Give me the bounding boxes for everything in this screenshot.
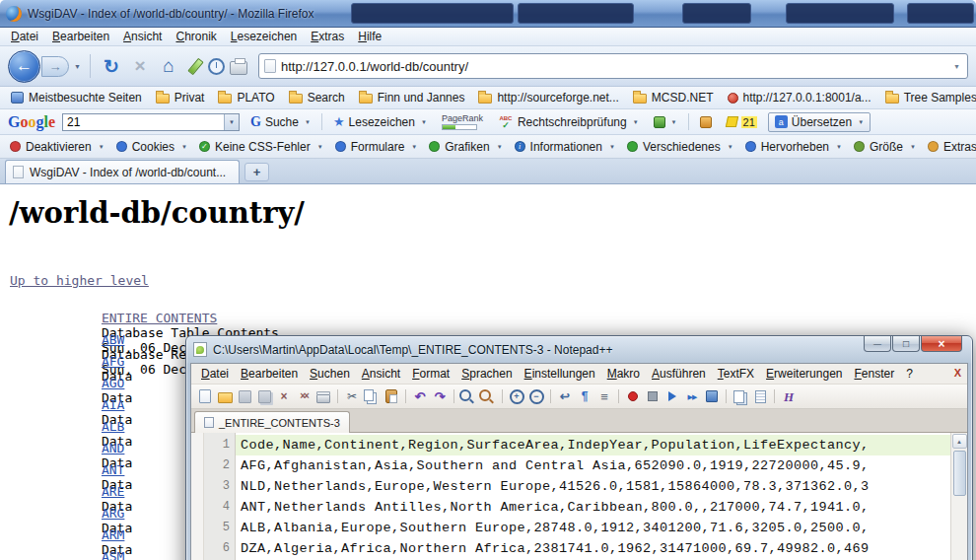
open-in-browser-icon[interactable]: [780, 388, 798, 405]
open-folder-icon[interactable]: [216, 388, 234, 405]
entry-link[interactable]: ARE: [102, 484, 124, 499]
highlighter-button[interactable]: 21: [723, 114, 761, 130]
entry-link[interactable]: ANT: [102, 462, 124, 477]
home-button[interactable]: [157, 54, 180, 78]
webdev-menu-button[interactable]: Grafiken: [423, 138, 508, 156]
entry-link[interactable]: AND: [102, 441, 124, 455]
menu-item[interactable]: Sprachen: [455, 366, 518, 382]
history-clock-icon[interactable]: [208, 58, 225, 75]
url-bar[interactable]: [258, 53, 968, 79]
toolbar-separator[interactable]: [499, 388, 506, 405]
save-all-icon[interactable]: [255, 388, 273, 405]
url-dropdown-icon[interactable]: [949, 63, 964, 70]
redo-icon[interactable]: [431, 388, 449, 405]
stop-macro-icon[interactable]: [644, 388, 662, 405]
webdev-menu-button[interactable]: Keine CSS-Fehler: [193, 138, 329, 156]
maximize-button[interactable]: [892, 336, 920, 352]
entry-link[interactable]: ARG: [102, 506, 124, 521]
menu-item[interactable]: Bearbeiten: [45, 29, 116, 44]
menu-item[interactable]: Makro: [601, 366, 646, 382]
tab-wsgidav[interactable]: WsgiDAV - Index of /world-db/count...: [5, 160, 240, 183]
record-macro-icon[interactable]: [624, 388, 642, 405]
save-macro-icon[interactable]: [703, 388, 721, 405]
bookmark-item[interactable]: http://sourceforge.net...: [471, 89, 625, 106]
entry-link[interactable]: ALB: [102, 419, 124, 434]
show-symbols-icon[interactable]: [576, 388, 593, 405]
webdev-menu-button[interactable]: Verschiedenes: [621, 138, 739, 156]
up-to-higher-level-link[interactable]: Up to higher level: [10, 273, 149, 288]
menu-item[interactable]: Einstellungen: [519, 366, 601, 382]
webdev-menu-button[interactable]: Informationen: [509, 138, 621, 156]
line-text[interactable]: ANT,Netherlands Antilles,North America,C…: [236, 497, 950, 518]
webdev-menu-button[interactable]: Formulare: [329, 138, 424, 156]
menu-item[interactable]: Ausführen: [646, 366, 712, 382]
toolbar-separator[interactable]: [547, 388, 554, 405]
print-icon[interactable]: [230, 61, 247, 75]
document-tab[interactable]: _ENTIRE_CONTENTS-3: [194, 411, 350, 433]
sendto-button[interactable]: [650, 114, 681, 130]
close-all-icon[interactable]: [295, 388, 313, 405]
close-button[interactable]: [921, 336, 962, 352]
translate-button[interactable]: Übersetzen: [768, 112, 871, 132]
editor-scrollbar[interactable]: [950, 433, 967, 560]
bookmark-item[interactable]: Meistbesuchte Seiten: [4, 89, 149, 106]
line-text[interactable]: ALB,Albania,Europe,Southern Europe,28748…: [236, 518, 950, 538]
entry-link[interactable]: AIA: [102, 397, 124, 412]
menu-item[interactable]: Erweiterungen: [760, 366, 848, 382]
zoom-in-icon[interactable]: [508, 388, 525, 405]
new-file-icon[interactable]: [196, 388, 214, 405]
line-text[interactable]: AFG,Afghanistan,Asia,Southern and Centra…: [236, 455, 950, 476]
webdev-menu-button[interactable]: Extras: [922, 138, 976, 156]
toolbar-separator[interactable]: [615, 388, 622, 405]
toolbar-separator[interactable]: [334, 388, 341, 405]
menu-item[interactable]: Datei: [195, 366, 235, 382]
entry-link[interactable]: ABW: [102, 332, 124, 347]
print-icon[interactable]: [314, 388, 332, 405]
stop-button[interactable]: [128, 54, 152, 78]
history-dropdown-icon[interactable]: [74, 63, 81, 70]
multi-play-icon[interactable]: [683, 388, 701, 405]
reload-button[interactable]: [100, 54, 123, 78]
scrollbar-thumb[interactable]: [953, 451, 966, 496]
spellcheck-button[interactable]: Rechtschreibprüfung: [494, 113, 643, 131]
forward-button[interactable]: [41, 56, 69, 77]
menu-item[interactable]: Extras: [304, 29, 351, 44]
notepadpp-titlebar[interactable]: C:\Users\Martin\AppData\Local\Temp\_ENTI…: [190, 336, 968, 363]
webdev-menu-button[interactable]: Deaktivieren: [4, 138, 110, 156]
toolbar-separator[interactable]: [451, 388, 457, 405]
google-bookmarks-button[interactable]: Lesezeichen: [329, 112, 431, 131]
paste-icon[interactable]: [383, 388, 400, 405]
menu-item[interactable]: Fenster: [848, 366, 900, 382]
cut-icon[interactable]: [343, 388, 361, 405]
scroll-up-icon[interactable]: [952, 434, 967, 449]
doc-switcher-icon[interactable]: [732, 388, 749, 405]
zoom-out-icon[interactable]: [527, 388, 545, 405]
line-text[interactable]: DZA,Algeria,Africa,Northern Africa,23817…: [236, 538, 950, 559]
bookmark-item[interactable]: MCSD.NET: [626, 89, 721, 106]
undo-icon[interactable]: [411, 388, 429, 405]
toolbar-separator[interactable]: [723, 388, 730, 405]
menu-item[interactable]: Ansicht: [356, 366, 406, 382]
menu-item[interactable]: Lesezeichen: [224, 29, 304, 44]
back-button[interactable]: [8, 50, 40, 83]
close-document-icon[interactable]: [954, 367, 961, 379]
menu-item[interactable]: Suchen: [304, 366, 356, 382]
entry-link[interactable]: ARM: [102, 527, 124, 542]
google-search-button[interactable]: Suche: [246, 112, 314, 132]
find-replace-icon[interactable]: [479, 388, 497, 405]
editor-text-area[interactable]: 1 Code,Name,Continent,Region,SurfaceArea…: [204, 433, 950, 560]
save-icon[interactable]: [236, 388, 253, 405]
webdev-menu-button[interactable]: Hervorheben: [739, 138, 848, 156]
entry-link[interactable]: ENTIRE CONTENTS: [102, 311, 217, 325]
word-wrap-icon[interactable]: [556, 388, 574, 405]
menu-item[interactable]: TextFX: [712, 366, 760, 382]
google-logo[interactable]: Google: [8, 113, 55, 131]
entry-link[interactable]: AGO: [102, 376, 124, 390]
webdev-menu-button[interactable]: Cookies: [110, 138, 193, 156]
close-icon[interactable]: [275, 388, 293, 405]
bookmark-item[interactable]: Finn und Jannes: [352, 89, 472, 106]
menu-item[interactable]: Chronik: [169, 29, 223, 44]
menu-item[interactable]: Ansicht: [116, 29, 169, 44]
bookmark-item[interactable]: PLATO: [211, 89, 281, 106]
play-macro-icon[interactable]: [663, 388, 681, 405]
